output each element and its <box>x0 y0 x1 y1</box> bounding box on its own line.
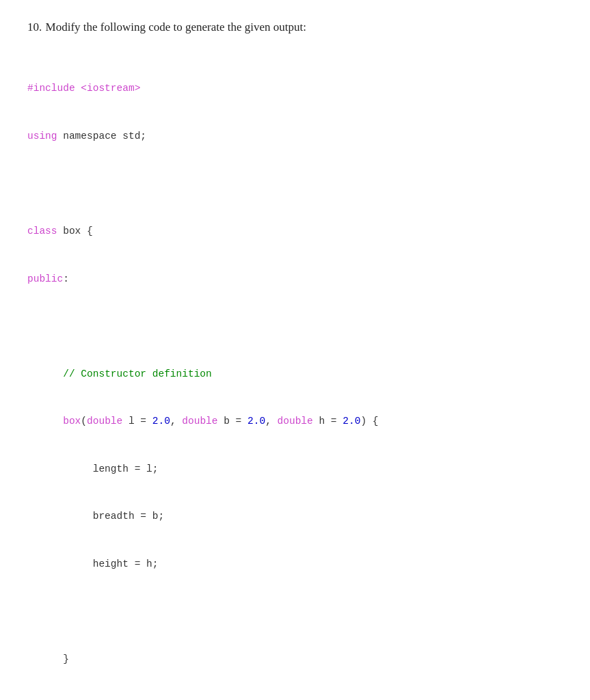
code-line-blank1 <box>27 176 563 192</box>
code-block: #include <iostream> using namespace std;… <box>27 49 563 700</box>
question-text: 10. Modify the following code to generat… <box>27 21 563 34</box>
code-line-blank3 <box>27 604 563 620</box>
code-line-blank2 <box>27 319 563 334</box>
code-line-using: using namespace std; <box>27 129 563 144</box>
code-line-length-assign: length = l; <box>27 461 563 477</box>
code-line-breadth-assign: breadth = b; <box>27 509 563 524</box>
question-body: Modify the following code to generate th… <box>46 21 306 33</box>
code-line-include: #include <iostream> <box>27 81 563 96</box>
question-number: 10. <box>27 21 42 33</box>
code-line-comment-ctor: // Constructor definition <box>27 366 563 382</box>
question-container: 10. Modify the following code to generat… <box>27 21 563 700</box>
code-line-close-ctor: } <box>27 651 563 667</box>
code-line-ctor: box(double l = 2.0, double b = 2.0, doub… <box>27 414 563 429</box>
code-line-public: public: <box>27 271 563 287</box>
code-line-height-assign: height = h; <box>27 556 563 572</box>
code-line-class: class box { <box>27 224 563 239</box>
